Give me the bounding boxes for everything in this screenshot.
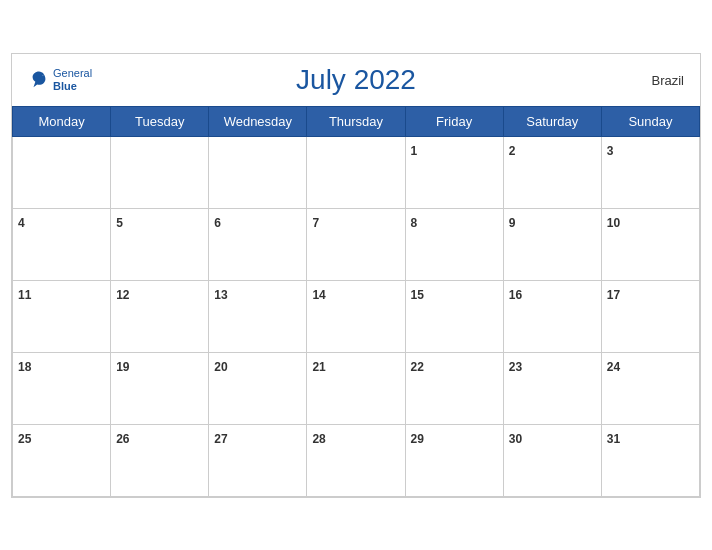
logo-text: General Blue (53, 66, 92, 92)
day-cell-2-7: 10 (601, 208, 699, 280)
week-row-3: 11121314151617 (13, 280, 700, 352)
day-cell-5-1: 25 (13, 424, 111, 496)
day-cell-4-1: 18 (13, 352, 111, 424)
day-cell-4-5: 22 (405, 352, 503, 424)
week-row-1: 123 (13, 136, 700, 208)
day-cell-5-5: 29 (405, 424, 503, 496)
day-number-26: 26 (116, 432, 129, 446)
day-number-1: 1 (411, 144, 418, 158)
calendar-body: 1234567891011121314151617181920212223242… (13, 136, 700, 496)
day-number-27: 27 (214, 432, 227, 446)
day-number-3: 3 (607, 144, 614, 158)
day-number-7: 7 (312, 216, 319, 230)
day-cell-3-5: 15 (405, 280, 503, 352)
day-cell-2-3: 6 (209, 208, 307, 280)
day-number-23: 23 (509, 360, 522, 374)
day-number-9: 9 (509, 216, 516, 230)
day-cell-3-7: 17 (601, 280, 699, 352)
logo-bird-icon (28, 69, 50, 91)
day-cell-4-6: 23 (503, 352, 601, 424)
header-wednesday: Wednesday (209, 106, 307, 136)
week-row-5: 25262728293031 (13, 424, 700, 496)
day-cell-2-1: 4 (13, 208, 111, 280)
header-friday: Friday (405, 106, 503, 136)
day-cell-3-4: 14 (307, 280, 405, 352)
day-number-15: 15 (411, 288, 424, 302)
day-cell-2-4: 7 (307, 208, 405, 280)
day-number-18: 18 (18, 360, 31, 374)
header-saturday: Saturday (503, 106, 601, 136)
day-number-13: 13 (214, 288, 227, 302)
day-number-16: 16 (509, 288, 522, 302)
country-label: Brazil (651, 72, 684, 87)
calendar-title: July 2022 (296, 64, 416, 96)
day-number-4: 4 (18, 216, 25, 230)
day-number-25: 25 (18, 432, 31, 446)
week-row-2: 45678910 (13, 208, 700, 280)
day-number-24: 24 (607, 360, 620, 374)
day-number-20: 20 (214, 360, 227, 374)
day-number-14: 14 (312, 288, 325, 302)
day-number-8: 8 (411, 216, 418, 230)
day-cell-1-3 (209, 136, 307, 208)
day-cell-5-6: 30 (503, 424, 601, 496)
day-cell-4-3: 20 (209, 352, 307, 424)
day-number-2: 2 (509, 144, 516, 158)
day-cell-5-7: 31 (601, 424, 699, 496)
day-number-5: 5 (116, 216, 123, 230)
day-cell-4-2: 19 (111, 352, 209, 424)
day-number-11: 11 (18, 288, 31, 302)
day-cell-4-7: 24 (601, 352, 699, 424)
day-number-28: 28 (312, 432, 325, 446)
day-number-29: 29 (411, 432, 424, 446)
day-number-30: 30 (509, 432, 522, 446)
calendar-grid: Monday Tuesday Wednesday Thursday Friday… (12, 106, 700, 497)
day-number-21: 21 (312, 360, 325, 374)
day-cell-2-6: 9 (503, 208, 601, 280)
day-cell-1-1 (13, 136, 111, 208)
day-cell-2-5: 8 (405, 208, 503, 280)
day-number-17: 17 (607, 288, 620, 302)
day-cell-3-3: 13 (209, 280, 307, 352)
day-cell-1-2 (111, 136, 209, 208)
day-cell-1-5: 1 (405, 136, 503, 208)
day-cell-5-2: 26 (111, 424, 209, 496)
day-cell-2-2: 5 (111, 208, 209, 280)
day-cell-1-4 (307, 136, 405, 208)
day-cell-4-4: 21 (307, 352, 405, 424)
day-cell-3-2: 12 (111, 280, 209, 352)
day-cell-5-4: 28 (307, 424, 405, 496)
day-number-19: 19 (116, 360, 129, 374)
logo: General Blue (28, 66, 92, 92)
day-number-12: 12 (116, 288, 129, 302)
header-thursday: Thursday (307, 106, 405, 136)
header-sunday: Sunday (601, 106, 699, 136)
header-tuesday: Tuesday (111, 106, 209, 136)
day-cell-1-6: 2 (503, 136, 601, 208)
day-cell-3-6: 16 (503, 280, 601, 352)
day-number-31: 31 (607, 432, 620, 446)
day-cell-1-7: 3 (601, 136, 699, 208)
day-number-6: 6 (214, 216, 221, 230)
weekday-header-row: Monday Tuesday Wednesday Thursday Friday… (13, 106, 700, 136)
calendar-header: General Blue July 2022 Brazil (12, 54, 700, 106)
week-row-4: 18192021222324 (13, 352, 700, 424)
header-monday: Monday (13, 106, 111, 136)
day-number-22: 22 (411, 360, 424, 374)
calendar-container: General Blue July 2022 Brazil Monday Tue… (11, 53, 701, 498)
day-number-10: 10 (607, 216, 620, 230)
day-cell-3-1: 11 (13, 280, 111, 352)
day-cell-5-3: 27 (209, 424, 307, 496)
